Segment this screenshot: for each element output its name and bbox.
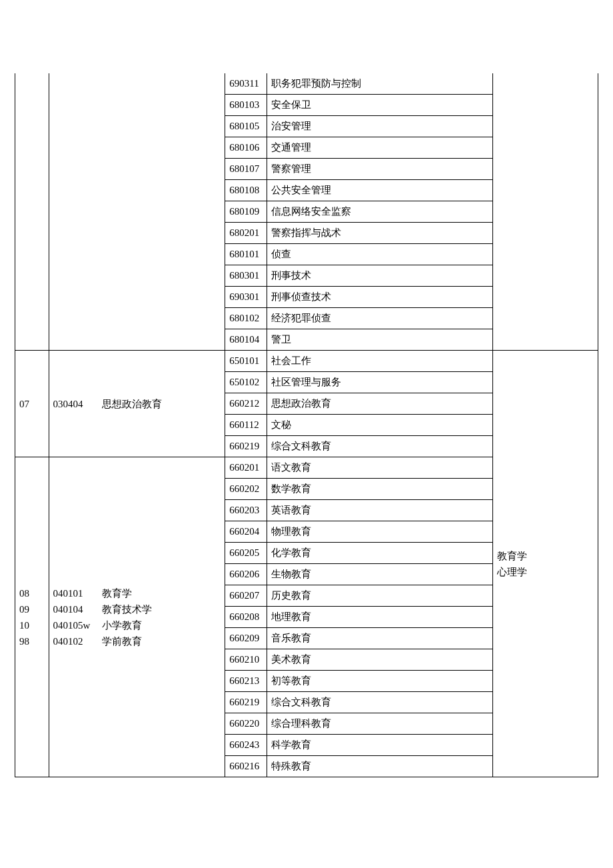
sub-name: 综合文科教育 [267,436,492,457]
document-page: 690311职务犯罪预防与控制680103安全保卫680105治安管理68010… [0,0,613,857]
sub-code: 660219 [225,692,267,713]
sub-code: 680301 [225,265,267,287]
major-entry: 040101 教育学 [53,588,133,599]
sub-name: 英语教育 [267,500,492,521]
major-entry: 040104 教育技术学 [53,604,153,615]
sub-code: 680101 [225,244,267,265]
sub-name: 综合理科教育 [267,713,492,735]
sub-name: 治安管理 [267,116,492,137]
sub-code: 660207 [225,585,267,607]
major-name: 小学教育 [102,620,142,631]
sub-code: 660212 [225,393,267,415]
major-name: 学前教育 [102,636,142,647]
sub-code: 660112 [225,415,267,436]
sub-code: 660201 [225,457,267,479]
sub-name: 警察管理 [267,159,492,180]
major-code: 040105w [53,617,100,633]
sub-name: 公共安全管理 [267,180,492,201]
seq-number: 09 [19,604,29,615]
sub-code: 650101 [225,351,267,372]
sub-name: 美术教育 [267,649,492,671]
sub-name: 特殊教育 [267,756,492,777]
sub-name: 综合文科教育 [267,692,492,713]
major-entry: 040102 学前教育 [53,636,143,647]
seq-cell: 08091098 [15,457,49,777]
sub-code: 660202 [225,479,267,500]
sub-name: 科学教育 [267,735,492,756]
sub-name: 社区管理与服务 [267,372,492,393]
sub-code: 660219 [225,436,267,457]
sub-code: 660216 [225,756,267,777]
major-cell: 030404 思想政治教育 [49,351,225,457]
sub-code: 680105 [225,116,267,137]
sub-code: 680201 [225,223,267,244]
sub-code: 660243 [225,735,267,756]
table-row: 690311职务犯罪预防与控制 [15,73,598,95]
sub-code: 680107 [225,159,267,180]
subject-notes: 教育学心理学 [493,351,598,777]
sub-code: 680103 [225,95,267,116]
sub-code: 680106 [225,137,267,159]
subject-notes [493,73,598,351]
sub-name: 经济犯罪侦查 [267,308,492,329]
seq-number: 10 [19,620,29,631]
major-entry: 030404 思想政治教育 [53,399,163,409]
note-line: 心理学 [497,567,527,577]
sub-code: 690311 [225,73,267,95]
sub-name: 历史教育 [267,585,492,607]
seq-number: 08 [19,588,29,599]
major-name: 教育技术学 [102,604,152,615]
seq-cell [15,73,49,351]
sub-code: 660220 [225,713,267,735]
major-code: 040104 [53,601,100,617]
sub-name: 刑事侦查技术 [267,287,492,308]
sub-code: 650102 [225,372,267,393]
sub-name: 刑事技术 [267,265,492,287]
sub-name: 化学教育 [267,543,492,564]
sub-name: 物理教育 [267,521,492,543]
table-body: 690311职务犯罪预防与控制680103安全保卫680105治安管理68010… [15,73,598,777]
sub-code: 660203 [225,500,267,521]
sub-code: 680102 [225,308,267,329]
major-code: 040101 [53,585,100,601]
sub-name: 地理教育 [267,607,492,628]
sub-name: 安全保卫 [267,95,492,116]
seq-cell: 07 [15,351,49,457]
table-row: 07030404 思想政治教育650101社会工作教育学心理学 [15,351,598,372]
sub-code: 660209 [225,628,267,649]
sub-name: 初等教育 [267,671,492,692]
sub-name: 职务犯罪预防与控制 [267,73,492,95]
seq-number: 07 [19,399,29,409]
sub-code: 660210 [225,649,267,671]
sub-code: 680109 [225,201,267,223]
major-cell [49,73,225,351]
sub-name: 语文教育 [267,457,492,479]
sub-code: 660213 [225,671,267,692]
sub-name: 文秘 [267,415,492,436]
major-name: 教育学 [102,588,132,599]
major-cell: 040101 教育学040104 教育技术学040105w 小学教育040102… [49,457,225,777]
sub-code: 680104 [225,329,267,351]
major-code: 040102 [53,633,100,649]
sub-code: 690301 [225,287,267,308]
specialty-mapping-table: 690311职务犯罪预防与控制680103安全保卫680105治安管理68010… [15,73,598,777]
sub-name: 侦查 [267,244,492,265]
seq-number: 98 [19,636,29,647]
sub-name: 信息网络安全监察 [267,201,492,223]
sub-name: 音乐教育 [267,628,492,649]
major-entry: 040105w 小学教育 [53,620,143,631]
sub-code: 680108 [225,180,267,201]
sub-name: 警察指挥与战术 [267,223,492,244]
sub-name: 思想政治教育 [267,393,492,415]
sub-code: 660206 [225,564,267,585]
major-name: 思想政治教育 [102,399,162,409]
sub-code: 660205 [225,543,267,564]
major-code: 030404 [53,396,100,412]
sub-name: 生物教育 [267,564,492,585]
sub-code: 660204 [225,521,267,543]
sub-name: 交通管理 [267,137,492,159]
sub-name: 警卫 [267,329,492,351]
note-line: 教育学 [497,551,527,561]
sub-code: 660208 [225,607,267,628]
sub-name: 数学教育 [267,479,492,500]
